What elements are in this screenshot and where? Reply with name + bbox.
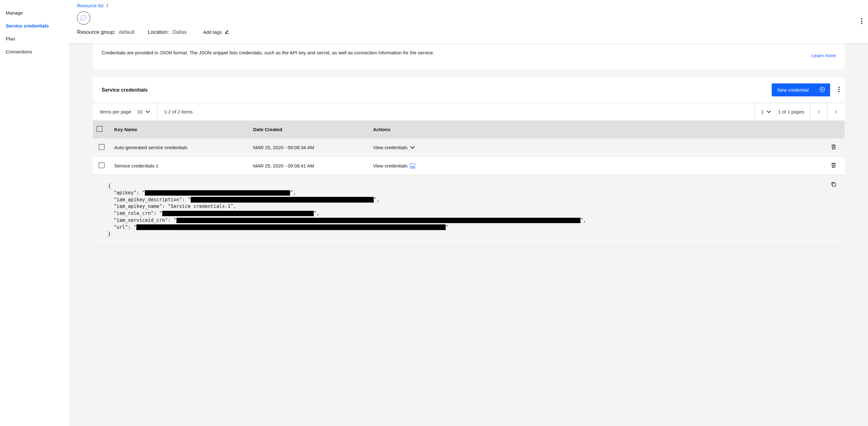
chevron-down-icon	[767, 110, 771, 114]
svg-point-8	[838, 89, 840, 90]
chevron-down-icon	[410, 145, 415, 150]
column-actions: Actions	[369, 120, 823, 138]
key-name-cell: Auto-generated service credentials	[111, 138, 249, 157]
sidebar-item-label: Manage	[6, 10, 23, 16]
svg-point-4	[861, 21, 862, 22]
content-area: Credentials are provided in JSON format.…	[69, 43, 868, 259]
resource-meta-row: Resource group: default Location: Dallas…	[77, 29, 859, 35]
chevron-down-icon	[146, 110, 150, 114]
svg-point-1	[83, 18, 84, 18]
view-credentials-label: View credentials	[373, 163, 407, 168]
credentials-card: Service credentials New credential	[93, 77, 845, 247]
items-per-page-value: 10	[137, 109, 142, 114]
sidebar-item-label: Service credentials	[6, 23, 49, 28]
add-tags-label: Add tags	[203, 29, 222, 35]
location-value: Dallas	[172, 29, 187, 35]
delete-credential-button[interactable]	[831, 145, 836, 151]
pagination-range: 1-2 of 2 items	[164, 109, 193, 114]
table-header-row: Key Name Date Created Actions	[93, 120, 845, 138]
learn-more-link[interactable]: Learn more	[811, 49, 836, 58]
new-credential-button[interactable]: New credential	[772, 83, 830, 96]
resource-header: Resource list / Resource group: default …	[69, 0, 868, 43]
date-created-cell: MAR 25, 2020 - 09:08:34 AM	[249, 138, 369, 157]
info-description: Credentials are provided in JSON format.…	[102, 49, 434, 58]
expanded-credentials-row: { "apikey": "​", "iam_apikey_description…	[93, 175, 845, 247]
items-per-page-label: Items per page	[100, 109, 131, 114]
credentials-card-header: Service credentials New credential	[93, 77, 845, 103]
credentials-table: Key Name Date Created Actions Auto-gener…	[93, 120, 845, 247]
overflow-icon	[861, 18, 862, 24]
trash-icon	[831, 144, 836, 150]
next-page-button[interactable]	[827, 103, 845, 120]
view-credentials-toggle[interactable]: View credentials	[373, 163, 415, 168]
left-sidebar: Manage Service credentials Plan Connecti…	[0, 0, 69, 426]
location-label: Location:	[148, 29, 169, 35]
svg-point-2	[84, 18, 85, 18]
table-row: Auto-generated service credentials MAR 2…	[93, 138, 845, 157]
column-date-created: Date Created	[249, 120, 369, 138]
copy-credentials-button[interactable]	[831, 181, 836, 188]
date-created-cell: MAR 25, 2020 - 09:08:41 AM	[249, 157, 369, 175]
sidebar-item-plan[interactable]: Plan	[0, 32, 69, 45]
trash-icon	[831, 163, 836, 168]
credentials-title: Service credentials	[102, 87, 148, 93]
credentials-json-block: { "apikey": "​", "iam_apikey_description…	[108, 183, 832, 238]
sidebar-item-label: Connections	[6, 49, 32, 54]
select-all-checkbox[interactable]	[97, 126, 102, 132]
key-name-cell: Service credentials-1	[111, 157, 249, 175]
card-overflow-menu[interactable]	[836, 85, 841, 95]
sidebar-item-connections[interactable]: Connections	[0, 45, 69, 58]
svg-point-3	[861, 18, 862, 20]
breadcrumb-root-link[interactable]: Resource list	[77, 3, 103, 8]
sidebar-item-service-credentials[interactable]: Service credentials	[0, 19, 69, 32]
info-card: Credentials are provided in JSON format.…	[93, 43, 845, 69]
pages-text: 1 of 1 pages	[778, 109, 804, 114]
svg-rect-10	[833, 183, 836, 187]
pagination-bar: Items per page 10 1-2 of 2 items 1	[93, 103, 845, 120]
main-content: Resource list / Resource group: default …	[69, 0, 868, 426]
view-credentials-label: View credentials	[373, 145, 407, 150]
resource-group-value: default	[119, 29, 135, 35]
column-key-name: Key Name	[111, 120, 249, 138]
breadcrumb-separator: /	[107, 3, 108, 8]
prev-page-button[interactable]	[810, 103, 827, 120]
service-icon	[77, 11, 90, 25]
sidebar-item-label: Plan	[6, 36, 15, 41]
caret-left-icon	[817, 110, 820, 114]
row-checkbox[interactable]	[99, 144, 104, 150]
edit-icon	[224, 29, 229, 35]
add-tags-button[interactable]: Add tags	[203, 29, 229, 35]
svg-point-0	[82, 18, 83, 18]
resource-group: Resource group: default	[77, 29, 134, 35]
header-overflow-menu[interactable]	[861, 18, 862, 25]
view-credentials-toggle[interactable]: View credentials	[373, 145, 415, 150]
items-per-page-select[interactable]: 10	[137, 109, 150, 114]
svg-point-9	[838, 91, 840, 92]
chevron-up-icon	[410, 163, 415, 168]
page-value: 1	[761, 109, 764, 114]
breadcrumb: Resource list /	[77, 3, 859, 8]
copy-icon	[831, 181, 836, 187]
add-icon	[819, 87, 825, 93]
page-select[interactable]: 1	[761, 109, 771, 114]
overflow-icon	[838, 87, 840, 92]
resource-group-label: Resource group:	[77, 29, 116, 35]
caret-right-icon	[835, 110, 838, 114]
svg-point-5	[861, 23, 862, 24]
delete-credential-button[interactable]	[831, 164, 836, 169]
svg-point-7	[838, 87, 840, 88]
row-checkbox[interactable]	[99, 163, 104, 168]
new-credential-label: New credential	[777, 87, 809, 93]
resource-location: Location: Dallas	[148, 29, 187, 35]
sidebar-item-manage[interactable]: Manage	[0, 6, 69, 19]
table-row: Service credentials-1 MAR 25, 2020 - 09:…	[93, 157, 845, 175]
